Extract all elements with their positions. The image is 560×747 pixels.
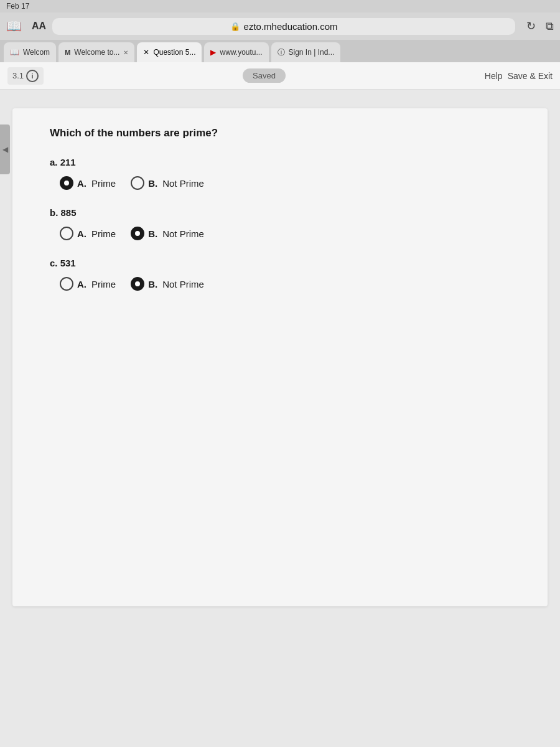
question-title: Which of the numbers are prime?: [50, 127, 510, 139]
url-text: ezto.mheducation.com: [244, 21, 338, 32]
tab-signin[interactable]: ⓘ Sign In | Ind...: [271, 42, 341, 62]
section-label: 3.1: [12, 71, 24, 80]
radio-a-notprime-text: Not Prime: [162, 178, 204, 189]
radio-c-notprime-text: Not Prime: [162, 279, 204, 289]
help-link[interactable]: Help: [485, 71, 503, 81]
radio-b-notprime-button[interactable]: [131, 227, 144, 240]
radio-a-notprime-letter: B.: [148, 178, 157, 189]
radio-a-notprime-button[interactable]: [131, 176, 144, 190]
tab-favicon-welcome2: M: [65, 49, 70, 56]
radio-a-prime-text: Prime: [91, 178, 116, 189]
tab-switcher-icon[interactable]: ⧉: [546, 20, 554, 33]
status-saved: Saved: [243, 68, 286, 83]
options-row-a: A. Prime B. Not Prime: [60, 176, 510, 190]
tab-favicon-youtube: ▶: [210, 48, 216, 57]
radio-c-prime-letter: A.: [77, 279, 86, 289]
radio-option-a-prime[interactable]: A. Prime: [60, 176, 116, 190]
date-label: Feb 17: [6, 2, 29, 11]
radio-c-prime-text: Prime: [91, 279, 116, 289]
tab-label-signin: Sign In | Ind...: [289, 48, 335, 57]
radio-option-b-notprime[interactable]: B. Not Prime: [131, 227, 204, 240]
radio-option-c-notprime[interactable]: B. Not Prime: [131, 277, 204, 291]
radio-b-notprime-letter: B.: [148, 228, 157, 239]
radio-b-prime-button[interactable]: [60, 227, 73, 240]
browser-icons-left: 📖 AA: [6, 19, 46, 34]
tab-label-welcome2: Welcome to...: [74, 48, 119, 57]
browser-top-bar: 📖 AA 🔒 ezto.mheducation.com ↻ ⧉: [0, 12, 560, 40]
lock-icon: 🔒: [230, 22, 240, 31]
date-bar: Feb 17: [0, 0, 560, 12]
content-area: ◀ Which of the numbers are prime? a. 211…: [0, 90, 560, 747]
radio-a-prime-letter: A.: [77, 178, 86, 189]
tab-welcome2[interactable]: M Welcome to... ✕: [58, 42, 134, 62]
radio-b-notprime-text: Not Prime: [162, 228, 204, 239]
address-bar[interactable]: 🔒 ezto.mheducation.com: [52, 18, 515, 35]
radio-b-prime-text: Prime: [91, 228, 116, 239]
sub-question-b-label: b. 885: [50, 207, 510, 218]
sub-question-a-label: a. 211: [50, 157, 510, 167]
sidebar-arrow[interactable]: ◀: [0, 125, 10, 174]
radio-option-c-prime[interactable]: A. Prime: [60, 277, 116, 291]
tab-youtube[interactable]: ▶ www.youtu...: [204, 42, 268, 62]
options-row-c: A. Prime B. Not Prime: [60, 277, 510, 291]
tab-favicon-signin: ⓘ: [278, 47, 285, 58]
sub-question-b: b. 885 A. Prime B. Not Prime: [50, 207, 510, 240]
tab-welcome1[interactable]: 📖 Welcom: [4, 42, 56, 62]
radio-b-prime-letter: A.: [77, 228, 86, 239]
book-icon[interactable]: 📖: [6, 19, 22, 34]
radio-c-prime-button[interactable]: [60, 277, 73, 291]
aa-label[interactable]: AA: [32, 21, 46, 32]
sub-question-c: c. 531 A. Prime B. Not Prime: [50, 258, 510, 291]
tab-bar: 📖 Welcom M Welcome to... ✕ ✕ Question 5.…: [0, 40, 560, 62]
section-badge: 3.1 i: [7, 67, 44, 85]
tab-label-youtube: www.youtu...: [220, 48, 262, 57]
tab-label-question: Question 5...: [153, 48, 195, 57]
sub-question-c-label: c. 531: [50, 258, 510, 268]
page-nav: 3.1 i Saved Help Save & Exit: [0, 62, 560, 90]
options-row-b: A. Prime B. Not Prime: [60, 227, 510, 240]
radio-option-a-notprime[interactable]: B. Not Prime: [131, 176, 204, 190]
radio-c-notprime-letter: B.: [148, 279, 157, 289]
radio-option-b-prime[interactable]: A. Prime: [60, 227, 116, 240]
info-icon[interactable]: i: [26, 70, 39, 82]
tab-question[interactable]: ✕ Question 5...: [137, 42, 202, 62]
sub-question-a: a. 211 A. Prime B. Not Prime: [50, 157, 510, 190]
question-card: Which of the numbers are prime? a. 211 A…: [12, 108, 548, 606]
save-exit-button[interactable]: Save & Exit: [508, 71, 553, 81]
tab-close-welcome2[interactable]: ✕: [123, 49, 128, 56]
tab-favicon-welcome1: 📖: [10, 48, 19, 57]
radio-c-notprime-button[interactable]: [131, 277, 144, 291]
tab-favicon-question: ✕: [143, 48, 149, 57]
radio-a-prime-button[interactable]: [60, 176, 73, 190]
refresh-icon[interactable]: ↻: [526, 19, 536, 33]
tab-label-welcome1: Welcom: [23, 48, 50, 57]
